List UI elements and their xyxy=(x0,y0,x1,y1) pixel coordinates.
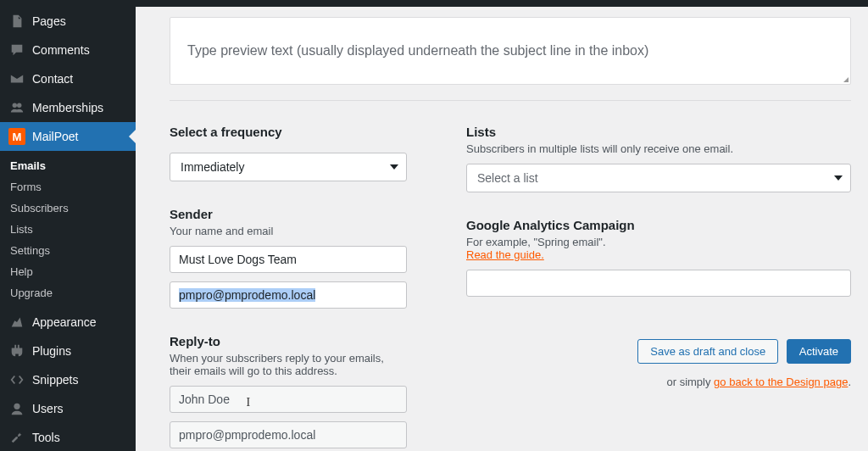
sender-desc: Your name and email xyxy=(170,225,407,237)
analytics-guide-link[interactable]: Read the guide. xyxy=(466,248,544,261)
sidebar-item-appearance[interactable]: Appearance xyxy=(0,308,136,337)
svg-point-0 xyxy=(13,103,17,108)
tools-icon xyxy=(8,429,25,446)
contact-icon xyxy=(8,70,25,87)
users-icon xyxy=(8,400,25,417)
submenu-item-help[interactable]: Help xyxy=(0,261,136,282)
replyto-email-input[interactable]: pmpro@pmprodemo.local xyxy=(170,421,407,448)
sidebar-item-contact[interactable]: Contact xyxy=(0,64,136,93)
sidebar-item-label: Snippets xyxy=(32,373,78,387)
submenu-item-subscribers[interactable]: Subscribers xyxy=(0,198,136,219)
wp-toolbar xyxy=(0,0,868,7)
sidebar-item-label: Tools xyxy=(32,431,60,444)
back-to-design-link[interactable]: go back to the Design page xyxy=(714,376,848,388)
svg-point-1 xyxy=(17,103,21,108)
comments-icon xyxy=(8,42,25,58)
snippets-icon xyxy=(8,371,25,388)
sidebar-item-comments[interactable]: Comments xyxy=(0,36,136,64)
analytics-input[interactable] xyxy=(466,270,851,297)
sidebar-item-plugins[interactable]: Plugins xyxy=(0,337,136,365)
sidebar-item-label: Appearance xyxy=(32,315,97,329)
save-draft-button[interactable]: Save as draft and close xyxy=(637,339,778,364)
svg-point-2 xyxy=(14,404,19,409)
sender-title: Sender xyxy=(170,207,407,221)
sidebar-item-label: Plugins xyxy=(32,344,71,358)
replyto-title: Reply-to xyxy=(170,334,407,348)
actions-container: Save as draft and close Activate or simp… xyxy=(466,339,851,388)
sidebar-item-users[interactable]: Users xyxy=(0,394,136,423)
submenu-item-emails[interactable]: Emails xyxy=(0,155,136,176)
appearance-icon xyxy=(8,314,25,331)
lists-desc: Subscribers in multiple lists will only … xyxy=(466,142,851,155)
sidebar-item-label: Users xyxy=(32,402,64,415)
divider xyxy=(170,100,851,101)
memberships-icon xyxy=(8,99,25,116)
sidebar-item-label: Comments xyxy=(32,43,90,57)
lists-title: Lists xyxy=(466,125,851,139)
submenu-item-forms[interactable]: Forms xyxy=(0,176,136,198)
sender-name-input[interactable]: Must Love Dogs Team xyxy=(170,246,407,273)
plugins-icon xyxy=(8,342,25,359)
replyto-name-input[interactable]: John Doe xyxy=(170,386,407,413)
replyto-desc: When your subscribers reply to your emai… xyxy=(170,352,407,377)
sidebar-item-label: Pages xyxy=(32,14,66,28)
frequency-title: Select a frequency xyxy=(170,125,407,139)
mailpoet-icon: M xyxy=(8,128,25,145)
admin-sidebar: Pages Comments Contact Memberships M Mai… xyxy=(0,7,136,451)
sidebar-item-label: Contact xyxy=(32,72,73,86)
preview-text-input[interactable]: Type preview text (usually displayed und… xyxy=(170,17,851,85)
sidebar-item-mailpoet[interactable]: M MailPoet xyxy=(0,122,136,151)
sender-email-input[interactable]: pmpro@pmprodemo.local xyxy=(170,281,407,309)
sidebar-item-tools[interactable]: Tools xyxy=(0,423,136,451)
mailpoet-submenu: Emails Forms Subscribers Lists Settings … xyxy=(0,151,136,308)
action-text: or simply go back to the Design page. xyxy=(466,376,851,388)
sidebar-item-memberships[interactable]: Memberships xyxy=(0,93,136,122)
submenu-item-lists[interactable]: Lists xyxy=(0,219,136,240)
submenu-item-settings[interactable]: Settings xyxy=(0,240,136,261)
selected-text: pmpro@pmprodemo.local xyxy=(179,288,315,302)
submenu-item-upgrade[interactable]: Upgrade xyxy=(0,282,136,303)
frequency-select[interactable]: Immediately xyxy=(170,153,407,181)
sidebar-item-label: Memberships xyxy=(32,101,103,114)
sidebar-item-pages[interactable]: Pages xyxy=(0,7,136,36)
activate-button[interactable]: Activate xyxy=(787,339,851,364)
analytics-title: Google Analytics Campaign xyxy=(466,218,851,232)
sidebar-item-snippets[interactable]: Snippets xyxy=(0,365,136,394)
text-cursor-icon xyxy=(246,395,253,409)
lists-select[interactable]: Select a list xyxy=(466,164,851,192)
pages-icon xyxy=(8,13,25,30)
analytics-desc: For example, "Spring email".Read the gui… xyxy=(466,236,851,261)
sidebar-item-label: MailPoet xyxy=(32,130,78,143)
main-content: Type preview text (usually displayed und… xyxy=(136,7,868,451)
